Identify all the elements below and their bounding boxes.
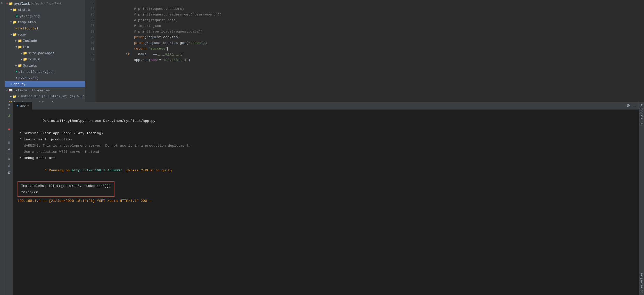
code-content[interactable]: # print(request.headers) # print(request…	[96, 0, 644, 102]
delete-button[interactable]: 🗑	[6, 169, 12, 176]
sidebar-item-venv[interactable]: ▼ 📁 venv	[5, 31, 85, 38]
line-num-31: 31	[85, 46, 94, 52]
code-indent	[126, 41, 134, 45]
site-packages-folder-icon: 📁	[23, 51, 27, 55]
code-line-29: print(request.cookies.get(“token”))	[101, 35, 644, 40]
sidebar-item-hello-html[interactable]: ⚒ hello.html	[5, 25, 85, 31]
code-empty	[126, 64, 128, 68]
scroll-down-button[interactable]: ↓	[6, 133, 12, 139]
code-comment: # print(request.headers.get(“User-Agent”…	[126, 13, 222, 17]
term-url-link[interactable]: http://192.168.1.4:5000/	[72, 169, 122, 172]
code-line-26: # import json	[101, 18, 644, 23]
sidebar-item-include[interactable]: ▶ 📁 Include	[5, 38, 85, 44]
sort-button[interactable]: ≡	[6, 156, 12, 162]
terminal-tab-bar: ■ app ✕ ⚙ ―	[13, 102, 639, 110]
arrow-right-scripts-icon: ▶	[15, 64, 17, 67]
sidebar-item-static[interactable]: ▼ 📁 static	[5, 7, 85, 13]
code-paren: )	[188, 58, 190, 62]
arrow-down-templates-icon: ▼	[10, 21, 12, 24]
line-num-27: 27	[85, 23, 94, 29]
code-host-param: host	[151, 58, 159, 62]
templates-folder-label: templates	[18, 20, 36, 24]
ext-libs-label: External Libraries	[14, 89, 50, 92]
static-folder-label: static	[18, 8, 30, 12]
sidebar-item-python37[interactable]: ▶ 📁 < Python 3.7 (fullstack_s2) (1) > D:…	[5, 93, 85, 100]
sidebar-item-lib[interactable]: ▼ 📁 Lib	[5, 44, 85, 50]
sidebar-item-external-libs[interactable]: ▼ 📖 External Libraries	[5, 87, 85, 93]
print-button[interactable]: 🖨	[6, 163, 12, 169]
settings-close-button[interactable]: ―	[632, 104, 636, 108]
code-indent2	[126, 47, 134, 51]
scroll-up-button[interactable]: ↑	[6, 119, 12, 126]
sidebar-item-yixing[interactable]: 🖼 yixing.png	[5, 13, 85, 19]
gear-icon-button[interactable]: ⚙	[626, 103, 630, 108]
arrow-right-tcl-icon: ▶	[21, 58, 22, 61]
lib-folder-label: Lib	[23, 45, 29, 49]
lib-folder-icon: 📁	[18, 45, 22, 49]
templates-folder-icon: 📁	[13, 20, 17, 24]
sidebar-item-root[interactable]: ▼ 📁 mysflask D:/python/mysflask	[5, 1, 85, 7]
venv-folder-icon: 📁	[13, 33, 17, 37]
left-activity-bar: P	[0, 0, 5, 295]
tcl-label: tcl8.6	[28, 58, 40, 61]
project-icon: P	[1, 1, 4, 5]
favorites-label[interactable]: 2: Favorites	[640, 273, 643, 293]
code-text3: (request.cookies.get(	[144, 41, 188, 45]
right-side-labels: 2: Structure 2: Favorites	[639, 102, 644, 295]
term-line-running: * Running on http://192.168.1.4:5000/ (P…	[18, 161, 635, 180]
ext-libs-folder-icon: 📖	[9, 88, 13, 92]
term-line-wsgi: Use a production WSGI server instead.	[18, 149, 635, 155]
wrap-button[interactable]: ↵	[6, 146, 12, 153]
term-immutable-dict: ImmutableMultiDict([('token', 'tokenxxx'…	[21, 183, 111, 189]
arrow-down-venv-icon: ▼	[10, 33, 12, 36]
app-py-label: app.py	[13, 82, 26, 86]
sidebar-item-site-packages[interactable]: ▶ 📁 site-packages	[5, 50, 85, 56]
terminal-output[interactable]: D:\install\python\python.exe D:/python/m…	[13, 110, 639, 295]
pause-button[interactable]: ⏸	[6, 140, 12, 146]
structure-label[interactable]: 2: Structure	[640, 104, 643, 124]
term-line-serving: * Serving Flask app “app” (lazy loading)	[18, 130, 635, 137]
code-line-31: if name ==‘ main ’:	[101, 46, 644, 52]
term-access-log: 192.168.1.4 -- [21/Jun/2020 18:14:26] “G…	[18, 198, 635, 204]
yixing-label: yixing.png	[20, 14, 40, 18]
line-num-29: 29	[85, 35, 94, 40]
sidebar-item-pip-selfcheck[interactable]: ■ pip-selfcheck.json	[5, 69, 85, 75]
code-text4: ))	[203, 41, 207, 45]
sidebar-item-app-py[interactable]: ■ app.py	[5, 81, 85, 87]
term-line-debug: * Debug mode: off	[18, 155, 635, 161]
sidebar-item-scripts[interactable]: ▶ 📁 Scripts	[5, 62, 85, 69]
static-folder-icon: 📁	[13, 8, 17, 12]
scripts-folder-icon: 📁	[18, 63, 22, 68]
sidebar-item-templates[interactable]: ▼ 📁 templates	[5, 19, 85, 25]
line-num-28: 28	[85, 29, 94, 35]
run-label[interactable]: Run	[8, 103, 11, 110]
stop-button[interactable]: ■	[6, 126, 12, 132]
line-num-33: 33	[85, 57, 94, 63]
sidebar-item-pyvenv[interactable]: ■ pyvenv.cfg	[5, 75, 85, 81]
code-comment: # print(request.data)	[126, 18, 178, 22]
code-eq: =	[159, 58, 161, 62]
rerun-button[interactable]: ↺	[6, 113, 12, 119]
code-text2: (request.cookies)	[144, 35, 180, 39]
tab-close-icon[interactable]: ✕	[27, 104, 29, 107]
venv-folder-label: venv	[18, 33, 26, 37]
python37-label: < Python 3.7 (fullstack_s2) (1) > D:\	[18, 95, 85, 98]
line-num-25: 25	[85, 12, 94, 18]
pip-selfcheck-label: pip-selfcheck.json	[18, 70, 54, 74]
sidebar-item-tcl86[interactable]: ▶ 📁 tcl8.6	[5, 56, 85, 62]
line-numbers: 23 24 25 26 27 28 29 30 31 32 33	[85, 0, 96, 102]
terminal-content-area: ■ app ✕ ⚙ ― D:\install\python\python.exe…	[13, 102, 639, 295]
site-packages-label: site-packages	[28, 51, 54, 55]
project-path-label: D:/python/mysflask	[31, 2, 62, 5]
code-indent3: app.run(	[126, 58, 151, 62]
tab-py-icon: ■	[16, 104, 19, 108]
hello-html-label: hello.html	[18, 27, 38, 30]
arrow-down-icon: ▼	[6, 2, 8, 5]
tab-app-label: app	[20, 104, 26, 108]
run-tab[interactable]: ■ app ✕	[13, 102, 32, 110]
term-line-env: * Environment: production	[18, 137, 635, 143]
image-file-icon: 🖼	[15, 14, 19, 18]
sidebar-item-scratches[interactable]: ▶ 📁 Scratches and Consoles	[5, 100, 85, 102]
code-print-kw2: print	[134, 41, 145, 45]
code-comment: # import json	[126, 24, 161, 28]
